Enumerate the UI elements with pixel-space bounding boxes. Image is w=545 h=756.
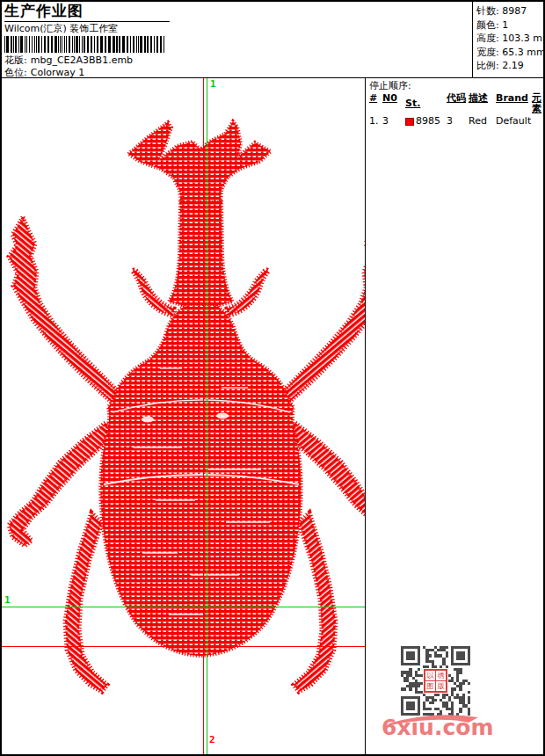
beetle-front-leg-left	[9, 217, 134, 416]
stop-sequence-row: 1. 3 8985 3 Red Default	[369, 116, 541, 127]
end-marker-vline	[203, 78, 204, 754]
col-description: 描述	[469, 93, 496, 114]
title-block: 生产作业图	[4, 3, 170, 22]
colorway-line: 色位:Colorway 1	[4, 67, 472, 78]
stat-height: 高度: 103.3 mm	[476, 32, 543, 46]
beetle-stitch-design	[2, 78, 365, 754]
row-code: 3	[447, 116, 469, 127]
qr-code: 以绣图版	[401, 646, 470, 716]
worksheet-header: 生产作业图 Wilcom(汇京) 装饰工作室 花版:mbg_CE2A3BB1.e…	[2, 2, 543, 78]
qr-center-stamp: 以绣图版	[424, 669, 447, 693]
header-left: 生产作业图 Wilcom(汇京) 装饰工作室 花版:mbg_CE2A3BB1.e…	[2, 2, 472, 77]
design-file-line: 花版:mbg_CE2A3BB1.emb	[4, 55, 472, 66]
end-marker-hline	[2, 646, 365, 647]
col-num: #	[369, 93, 382, 114]
row-description: Red	[469, 116, 496, 127]
watermark-swoosh	[383, 712, 485, 726]
stat-scale: 比例: 2.19	[476, 59, 543, 73]
qr-stamp-char: 以	[425, 671, 435, 680]
stop-sequence-header: # N0 St. 代码 描述 Brand 元素	[369, 93, 541, 114]
row-num: 1.	[369, 116, 382, 127]
start-marker-vline	[207, 78, 207, 754]
col-needle: N0	[382, 93, 405, 114]
stop-sequence-title: 停止顺序:	[369, 80, 541, 91]
beetle-hind-leg-left	[65, 512, 107, 692]
worksheet-body: 1 1 2 2 停止顺序: # N0 St. 代码 描述 Brand 元素 1.…	[2, 78, 543, 754]
start-marker-label-left: 1	[4, 594, 11, 606]
colorway-value: Colorway 1	[31, 67, 84, 78]
page-title: 生产作业图	[4, 3, 170, 19]
watermark: 6xiu.com	[382, 716, 487, 739]
qr-stamp-char: 版	[436, 681, 446, 691]
start-marker-label-top: 1	[210, 78, 216, 90]
qr-stamp-char: 图	[425, 681, 435, 691]
end-marker-label-bottom: 2	[209, 734, 215, 745]
thread-color-swatch	[405, 118, 414, 126]
stat-stitches: 针数: 8987	[476, 4, 543, 18]
start-marker-hline	[2, 607, 365, 607]
barcode	[4, 36, 170, 53]
design-stats-box: 针数: 8987 颜色: 1 高度: 103.3 mm 宽度: 65.3 mm …	[472, 2, 543, 77]
beetle-horn-stem	[169, 200, 233, 308]
row-brand: Default	[496, 116, 532, 127]
watermark-block: 以绣图版 6xiu.com	[366, 646, 543, 739]
beetle-hook-left	[133, 270, 174, 316]
studio-name: Wilcom(汇京) 装饰工作室	[4, 23, 472, 34]
stat-colors: 颜色: 1	[476, 18, 543, 33]
design-file-value: mbg_CE2A3BB1.emb	[31, 55, 133, 66]
colorway-label: 色位:	[4, 67, 27, 78]
stop-sequence-panel: 停止顺序: # N0 St. 代码 描述 Brand 元素 1. 3 8985 …	[365, 78, 543, 754]
design-file-label: 花版:	[4, 55, 27, 66]
col-brand: Brand	[496, 93, 532, 114]
design-canvas: 1 1 2 2	[2, 78, 365, 754]
col-element: 元素	[532, 93, 541, 114]
row-needle: 3	[382, 116, 405, 127]
production-worksheet: 生产作业图 Wilcom(汇京) 装饰工作室 花版:mbg_CE2A3BB1.e…	[0, 0, 545, 756]
stat-width: 宽度: 65.3 mm	[476, 46, 543, 60]
col-stitches: St.	[405, 93, 447, 114]
qr-stamp-char: 绣	[436, 671, 446, 680]
col-code: 代码	[447, 93, 469, 114]
beetle-horn-fork	[128, 121, 271, 202]
row-stitches: 8985	[405, 116, 447, 127]
